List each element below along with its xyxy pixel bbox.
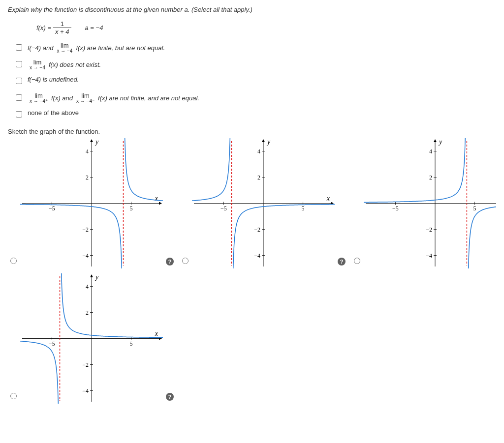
limit-block-minus: lim x → −4⁻ <box>76 92 94 104</box>
graph-choice-3: xy−55−4−224 ? <box>351 138 496 268</box>
option-1: f(−4) and lim x → −4 f(x) are finite, bu… <box>14 42 496 55</box>
option-4-checkbox[interactable] <box>16 94 22 101</box>
svg-marker-3 <box>90 139 93 142</box>
svg-text:5: 5 <box>130 340 133 347</box>
info-icon[interactable]: ? <box>338 258 346 266</box>
svg-text:−5: −5 <box>49 205 55 212</box>
lim-sub-minus: x → −4⁻ <box>76 99 94 104</box>
option-5: none of the above <box>14 109 496 122</box>
svg-text:x: x <box>326 195 330 202</box>
svg-text:4: 4 <box>86 283 89 290</box>
checkbox-options: f(−4) and lim x → −4 f(x) are finite, bu… <box>14 42 496 122</box>
graph-choice-2: xy−55−4−224 ? <box>180 138 346 268</box>
graph-choice-1: xy−55−4−224 ? <box>8 138 174 268</box>
svg-text:−5: −5 <box>392 205 399 212</box>
svg-text:−4: −4 <box>82 387 89 394</box>
graph-4-plot: xy−55−4−224 <box>20 273 163 404</box>
svg-text:2: 2 <box>86 309 89 316</box>
svg-text:−4: −4 <box>254 252 260 259</box>
svg-text:4: 4 <box>257 148 260 155</box>
opt3-text: f(−4) is undefined. <box>28 76 79 83</box>
svg-text:x: x <box>155 195 158 202</box>
option-4: lim x → −4⁺ f(x) and lim x → −4⁻ f(x) ar… <box>14 92 496 105</box>
fraction-num: 1 <box>59 20 66 28</box>
graph-3-radio[interactable] <box>354 258 360 264</box>
svg-text:2: 2 <box>429 174 432 181</box>
graph-4-radio[interactable] <box>10 393 17 399</box>
graph-row-2: xy−55−4−224 ? <box>8 273 496 404</box>
svg-text:−4: −4 <box>82 252 89 259</box>
lim-sub-plus: x → −4⁺ <box>30 99 48 104</box>
opt1-text-b: f(x) are finite, but are not equal. <box>76 44 165 52</box>
svg-text:−2: −2 <box>426 226 432 233</box>
opt4-text-b: f(x) are not finite, and are not equal. <box>98 94 199 102</box>
graph-1-plot: xy−55−4−224 <box>20 138 163 268</box>
svg-text:y: y <box>266 138 271 146</box>
opt2-text: f(x) does not exist. <box>49 61 101 68</box>
graph-row-1: xy−55−4−224 ? xy−55−4−224 ? xy−55−4−224 … <box>8 138 496 268</box>
function-definition: f(x) = 1 x + 4 a = −4 <box>36 20 496 35</box>
fraction-den: x + 4 <box>53 28 71 35</box>
opt4-text-a: f(x) and <box>51 94 73 102</box>
option-3: f(−4) is undefined. <box>14 76 496 89</box>
svg-text:4: 4 <box>86 148 89 155</box>
graph-choice-4: xy−55−4−224 ? <box>8 273 174 404</box>
fraction: 1 x + 4 <box>53 20 71 35</box>
svg-text:5: 5 <box>473 205 476 212</box>
graph-1-radio[interactable] <box>10 258 17 264</box>
limit-block-plus: lim x → −4⁺ <box>30 92 48 104</box>
svg-text:−4: −4 <box>426 252 432 259</box>
opt1-text-a: f(−4) and <box>28 44 53 52</box>
svg-text:y: y <box>438 138 442 146</box>
svg-text:5: 5 <box>302 205 305 212</box>
limit-block: lim x → −4 <box>57 42 72 54</box>
svg-text:y: y <box>94 273 99 281</box>
svg-marker-60 <box>90 274 93 277</box>
option-3-checkbox[interactable] <box>16 78 22 84</box>
limit-block: lim x → −4 <box>30 59 45 70</box>
graph-2-radio[interactable] <box>182 258 189 264</box>
svg-text:−5: −5 <box>220 205 227 212</box>
svg-marker-41 <box>434 139 437 142</box>
svg-text:5: 5 <box>130 205 133 212</box>
svg-text:−2: −2 <box>254 226 260 233</box>
svg-text:y: y <box>94 138 99 146</box>
graph-2-plot: xy−55−4−224 <box>192 138 335 268</box>
lim-sub: x → −4 <box>30 65 45 70</box>
svg-text:2: 2 <box>86 174 89 181</box>
opt5-text: none of the above <box>28 109 79 117</box>
graph-3-plot: xy−55−4−224 <box>364 138 496 268</box>
svg-text:x: x <box>155 330 158 337</box>
question-text: Explain why the function is discontinuou… <box>8 6 496 13</box>
option-5-checkbox[interactable] <box>16 111 22 118</box>
svg-text:−2: −2 <box>82 361 89 368</box>
sketch-instruction: Sketch the graph of the function. <box>8 128 496 135</box>
svg-text:−5: −5 <box>49 340 55 347</box>
info-icon[interactable]: ? <box>166 393 174 401</box>
lim-sub: x → −4 <box>57 49 72 54</box>
svg-marker-1 <box>159 202 162 205</box>
svg-text:−2: −2 <box>82 226 89 233</box>
svg-marker-22 <box>262 139 265 142</box>
svg-text:4: 4 <box>429 148 432 155</box>
option-2: lim x → −4 f(x) does not exist. <box>14 59 496 72</box>
svg-text:2: 2 <box>257 174 260 181</box>
fx-lhs: f(x) = <box>36 24 51 31</box>
info-icon[interactable]: ? <box>166 258 174 266</box>
option-2-checkbox[interactable] <box>16 61 22 67</box>
a-value: a = −4 <box>85 24 103 31</box>
option-1-checkbox[interactable] <box>16 44 22 51</box>
